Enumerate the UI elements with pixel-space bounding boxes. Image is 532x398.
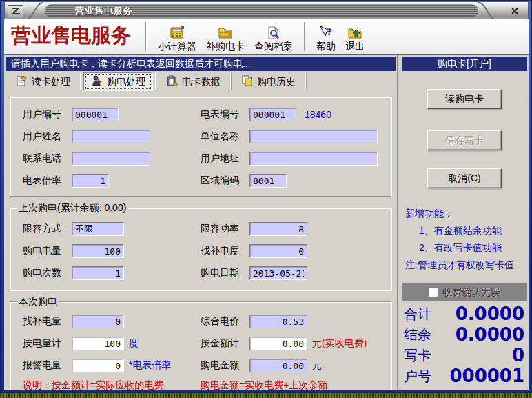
tab-read-card-label: 读卡处理 (32, 76, 70, 88)
phone-input[interactable] (72, 152, 150, 166)
by-amount-suffix: 元(实收电费) (312, 337, 367, 350)
energy-input[interactable] (72, 244, 124, 258)
adjust-degree-input[interactable] (249, 244, 307, 258)
user-info-group: 用户编号 电表编号 18460 用户姓名 (10, 97, 391, 197)
desktop-edge (0, 393, 532, 398)
calculator-button[interactable]: 小计算器 (153, 20, 201, 53)
current-purchase-group: 本次购电 找补电量 综合电价 按电量计 (10, 301, 391, 390)
archive-button[interactable]: 查阅档案 (249, 20, 298, 53)
cancel-button[interactable]: 取消(C) (427, 168, 502, 188)
note-left: 说明：按金额计=实际应收的电费 (23, 379, 201, 390)
tab-card-data-label: 电卡数据 (182, 76, 221, 88)
titlebar-curve-right (477, 2, 498, 20)
total-label: 合计 (404, 305, 431, 324)
confirm-checkbox[interactable] (429, 288, 438, 297)
buy-card-button[interactable]: 补购电卡 (201, 20, 249, 53)
times-input[interactable] (72, 266, 124, 280)
form-area: 用户编号 电表编号 18460 用户姓名 (4, 92, 397, 390)
write-card-value: 0 (512, 345, 524, 366)
last-purchase-group: 上次购电(累计余额: 0.00) 限容方式 限容功率 购电电 (10, 208, 391, 290)
toolbar-separator (304, 22, 305, 51)
current-purchase-title: 本次购电 (17, 296, 59, 308)
total-row: 结余 0.0000 (404, 324, 524, 345)
panel-title: 购电卡[开户] (402, 57, 527, 71)
totals: 合计 0.0000 结余 0.0000 写卡 0 户号 000001 (404, 304, 524, 386)
note-line: 2、有改写卡值功能 (405, 239, 529, 257)
save-write-button[interactable]: 保存写卡 (427, 130, 502, 150)
account-label: 户号 (404, 367, 431, 386)
account-value: 000001 (449, 366, 524, 386)
exit-button[interactable]: 退出 (340, 20, 369, 53)
last-purchase-title: 上次购电(累计余额: 0.00) (17, 202, 128, 215)
read-card-button[interactable]: 读购电卡 (427, 89, 502, 109)
balance-value: 0.0000 (456, 324, 524, 345)
exit-label: 退出 (345, 41, 365, 53)
tab-read-card[interactable]: 读卡处理 (8, 72, 78, 91)
purchase-icon (91, 75, 103, 88)
write-card-row: 写卡 0 (404, 345, 524, 366)
tab-history-label: 购电历史 (257, 76, 296, 88)
tab-card-data[interactable]: 电卡数据 (158, 72, 228, 91)
tab-separator (230, 73, 232, 90)
meter-no-extra: 18460 (305, 109, 331, 120)
card-data-icon (166, 75, 178, 88)
user-name-input[interactable] (72, 130, 150, 143)
amount-input[interactable] (249, 359, 307, 372)
date-label: 购电日期 (201, 267, 249, 279)
energy-label: 购电电量 (23, 245, 72, 257)
meter-no-label: 电表编号 (201, 108, 249, 121)
app-title: 营业售电服务 (4, 22, 139, 51)
unit-name-input[interactable] (249, 130, 378, 143)
window-title: 营业售电服务 (45, 5, 133, 17)
app-logo-icon (8, 5, 23, 17)
user-no-input[interactable] (72, 108, 119, 121)
tab-separator (305, 73, 307, 90)
adjust-degree-label: 找补电度 (201, 245, 249, 257)
adjust-qty-input[interactable] (72, 315, 124, 328)
address-input[interactable] (249, 152, 378, 166)
tab-separator (80, 73, 81, 90)
alarm-qty-suffix: *电表倍率 (129, 359, 171, 372)
by-amount-input[interactable] (249, 337, 307, 350)
alarm-qty-input[interactable] (72, 359, 124, 372)
read-card-icon (16, 75, 28, 88)
archive-label: 查阅档案 (254, 41, 293, 53)
unit-price-label: 综合电价 (201, 315, 249, 328)
by-qty-suffix: 度 (129, 337, 139, 350)
meter-no-input[interactable] (249, 108, 296, 121)
titlebar: 营业售电服务 × (4, 1, 529, 19)
feature-notes: 新增功能： 1、有金额结余功能 2、有改写卡值功能 注:管理员才有权改写卡值 (400, 205, 529, 274)
amount-label: 购电金额 (201, 359, 249, 372)
content: 请插入用户购电卡，读卡分析电表返回数据后才可购电... 读卡处理 购电处理 电卡… (4, 55, 529, 390)
side-panel: 购电卡[开户] 读购电卡 保存写卡 取消(C) 新增功能： 1、有金额结余功能 … (400, 55, 529, 390)
account-row: 户号 000001 (404, 366, 524, 386)
alarm-qty-label: 报警电量 (23, 359, 72, 372)
confirm-bar[interactable]: 收费确认无误 (402, 283, 527, 301)
limit-mode-input[interactable] (72, 222, 124, 236)
limit-power-label: 限容功率 (201, 223, 249, 235)
app-window: 营业售电服务 × 营业售电服务 小计算器 补购电卡 查阅档案 ? 帮助 退出 (0, 0, 532, 398)
meter-ratio-label: 电表倍率 (23, 175, 72, 187)
limit-power-input[interactable] (249, 222, 307, 236)
tab-history[interactable]: 购电历史 (234, 72, 303, 91)
tab-purchase-label: 购电处理 (107, 76, 145, 88)
area-code-input[interactable] (249, 174, 287, 188)
unit-name-label: 单位名称 (201, 130, 249, 143)
archive-search-icon (265, 26, 282, 40)
user-no-label: 用户编号 (23, 108, 72, 121)
amount-suffix: 元 (312, 359, 322, 372)
help-button[interactable]: ? 帮助 (311, 20, 340, 53)
unit-price-input[interactable] (249, 315, 307, 328)
main-area: 请插入用户购电卡，读卡分析电表返回数据后才可购电... 读卡处理 购电处理 电卡… (4, 55, 397, 390)
tab-purchase[interactable]: 购电处理 (83, 72, 153, 91)
user-name-label: 用户姓名 (23, 130, 72, 143)
date-input[interactable] (249, 266, 307, 280)
meter-ratio-input[interactable] (72, 174, 109, 188)
total-value: 0.0000 (456, 304, 524, 324)
toolbar-separator (145, 22, 147, 51)
close-button[interactable]: × (507, 4, 522, 18)
by-qty-label: 按电量计 (23, 337, 72, 350)
by-qty-input[interactable] (72, 337, 124, 350)
buy-card-label: 补购电卡 (206, 41, 245, 53)
tab-separator (155, 73, 156, 90)
